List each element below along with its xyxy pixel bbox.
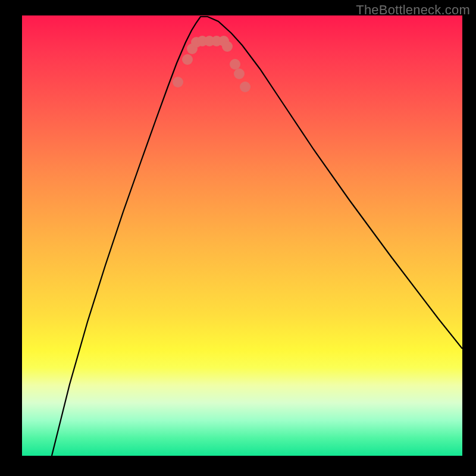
- highlight-dot: [182, 54, 193, 65]
- bottleneck-curve: [52, 17, 462, 456]
- highlight-dot: [240, 82, 250, 92]
- highlight-dot: [230, 59, 240, 70]
- chart-frame: TheBottleneck.com: [0, 0, 476, 476]
- highlight-dot: [173, 77, 183, 87]
- watermark-text: TheBottleneck.com: [356, 2, 470, 18]
- chart-svg: [22, 15, 462, 456]
- plot-area: [22, 15, 462, 456]
- highlight-dot: [222, 41, 233, 52]
- highlight-dot: [234, 68, 245, 79]
